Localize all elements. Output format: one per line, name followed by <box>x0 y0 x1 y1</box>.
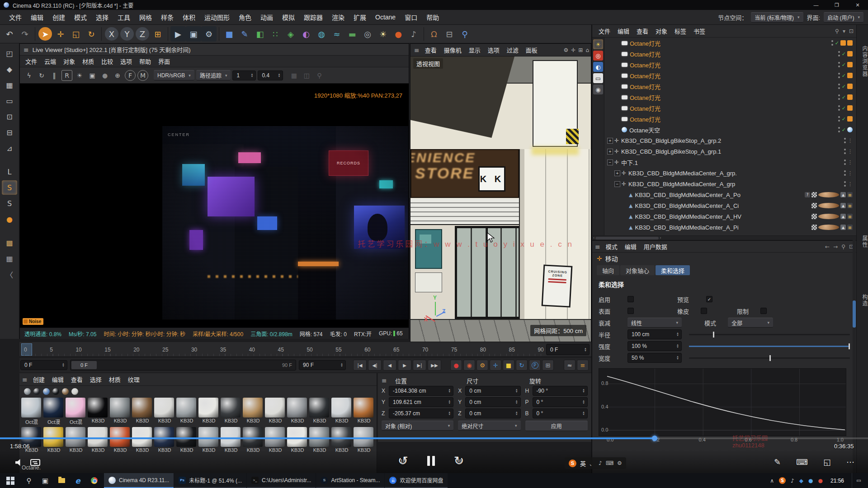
om-horizontal-scrollbar[interactable]: ‹› <box>592 235 856 240</box>
vp-menu-item-0[interactable]: 查看 <box>421 46 440 54</box>
cb-preview[interactable]: ✓ <box>706 296 712 302</box>
kernel-settings[interactable]: ☀ <box>74 70 85 81</box>
enable-axis[interactable]: S <box>2 180 17 195</box>
enabled-check-icon[interactable]: ✓ <box>842 62 846 68</box>
material-item[interactable]: Oct混 <box>21 398 42 425</box>
size-y-field[interactable]: 0 cm▲▼ <box>465 397 520 407</box>
snap-magnet[interactable]: Ω <box>426 26 442 42</box>
light-tag-icon[interactable] <box>847 105 853 111</box>
enabled-check-icon[interactable]: ✓ <box>842 105 846 111</box>
menu-item-17[interactable]: 窗口 <box>400 13 422 22</box>
visibility-dots[interactable] <box>838 73 840 78</box>
viewport-menu-icon[interactable]: ≡ <box>412 47 421 54</box>
rotation-h-field[interactable]: -90 °▲▼ <box>533 386 588 396</box>
menu-item-3[interactable]: 模式 <box>70 13 91 22</box>
visibility-dots[interactable] <box>838 62 840 67</box>
material-item[interactable]: KB3D <box>154 427 175 453</box>
light-tag-icon[interactable] <box>847 40 853 46</box>
material-item[interactable]: KB3D <box>110 427 131 453</box>
security-tray-icon[interactable]: ◆ <box>799 478 803 484</box>
record-keyframe-button[interactable]: ● <box>450 360 462 371</box>
axis-workplane[interactable]: L <box>2 164 17 179</box>
lv-menu-item-3[interactable]: 材质 <box>79 57 98 66</box>
focus-picker[interactable]: F <box>125 70 136 81</box>
enabled-check-icon[interactable]: ✓ <box>835 40 839 46</box>
width-slider[interactable] <box>689 357 850 359</box>
enabled-check-icon[interactable]: ✓ <box>842 51 846 57</box>
workplane-toggle[interactable]: ⊟ <box>442 26 457 42</box>
gamma-field[interactable]: 0.4▲▼ <box>258 70 283 80</box>
autokey-button[interactable]: ◉ <box>463 360 475 371</box>
coordinate-system[interactable]: ⊞ <box>150 26 165 42</box>
coord-menu-icon[interactable]: ≡ <box>382 377 391 384</box>
region-render[interactable]: R <box>61 70 72 81</box>
viewport-solo[interactable]: ● <box>2 212 17 226</box>
menu-item-18[interactable]: 帮助 <box>422 13 443 22</box>
next-frame-button[interactable]: ▶| <box>413 360 426 371</box>
material-item[interactable]: KB3D <box>287 427 308 453</box>
pen-spline-menu[interactable]: ✎ <box>237 26 252 42</box>
material-item[interactable]: KB3D <box>176 427 197 453</box>
lv-menu-item-2[interactable]: 对象 <box>60 57 79 66</box>
object-row[interactable]: ▲KB3D_CBD_BldgMdMediaCenter_A_Ci▲▦ <box>604 200 856 211</box>
make-editable[interactable]: ◰ <box>2 46 17 61</box>
render-view-button[interactable]: ▶ <box>170 26 186 42</box>
light-menu[interactable]: ☀ <box>375 26 391 42</box>
size-x-field[interactable]: 0 cm▲▼ <box>465 386 520 396</box>
octane-daylight-icon[interactable]: ☀ <box>593 39 603 49</box>
octane-sky-icon[interactable]: ◉ <box>593 84 603 94</box>
material-mini-preview[interactable] <box>43 388 50 395</box>
minimize-button[interactable]: — <box>806 0 826 10</box>
visibility-dots[interactable] <box>844 138 846 143</box>
vp-toolbar-icon-2[interactable]: ⊞ <box>578 47 583 53</box>
notification-center-icon[interactable]: ▭ <box>852 473 865 488</box>
close-button[interactable]: ✕ <box>847 0 868 10</box>
object-row[interactable]: Octane天空✓ <box>604 124 856 135</box>
taskbar-app-4[interactable]: 云欢迎使用百度网盘 <box>385 473 448 488</box>
kernel-dropdown[interactable]: 路径追踪▾ <box>196 70 231 80</box>
lock-z-axis[interactable]: Z <box>136 27 149 41</box>
rewind-10-button[interactable]: ↺10 <box>398 454 408 468</box>
material-item[interactable]: KB3D <box>354 398 374 425</box>
lock-x-axis[interactable]: X <box>105 27 118 41</box>
cb-surface[interactable] <box>627 308 634 314</box>
material-item[interactable]: KB3D <box>265 427 286 453</box>
checker-tag-icon[interactable] <box>811 214 817 219</box>
taskbar-clock[interactable]: 21:56 <box>828 478 847 484</box>
task-view-icon[interactable]: ▣ <box>37 473 53 488</box>
material-item[interactable]: KB3D <box>331 398 352 425</box>
coord-size-dropdown[interactable]: 绝对尺寸▾ <box>458 421 520 431</box>
object-row[interactable]: Octane灯光✓ <box>604 92 856 103</box>
light-tag-icon[interactable] <box>847 84 853 89</box>
lock-y-axis[interactable]: Y <box>120 27 134 41</box>
lv-menu-item-5[interactable]: 选项 <box>117 57 136 66</box>
mm-menu-item-2[interactable]: 查看 <box>67 375 86 384</box>
move-tool[interactable]: ✛ <box>53 26 68 42</box>
record-parameter-toggle[interactable]: P <box>529 360 541 371</box>
polygon-mode[interactable]: ⊿ <box>2 141 17 155</box>
visibility-dots[interactable] <box>838 105 840 111</box>
visibility-dots[interactable] <box>831 40 834 46</box>
q-tag-icon[interactable]: ? <box>805 192 810 197</box>
object-row[interactable]: Octane灯光✓ <box>604 38 856 48</box>
keyframe-selection-button[interactable]: ⚙ <box>476 360 488 371</box>
visibility-dots[interactable] <box>838 51 840 56</box>
visibility-dots[interactable] <box>838 94 840 100</box>
om-menu-item-4[interactable]: 标签 <box>671 27 690 35</box>
material-mini-preview[interactable] <box>62 388 69 395</box>
am-menu-item-1[interactable]: 编辑 <box>621 242 640 251</box>
falloff-curve[interactable]: 0.8 0.4 0.0 <box>599 368 850 436</box>
phong-tag-icon[interactable]: ▲ <box>840 225 846 230</box>
viewport-canvas[interactable]: ENIENCE STORE K K CRUISING ZONE 透视视图 网格间… <box>410 56 591 342</box>
menu-item-13[interactable]: 跟踪器 <box>299 13 327 22</box>
row-menu-icon[interactable]: ⋮ <box>848 138 853 144</box>
mat-tag-icon[interactable] <box>818 225 839 230</box>
input-language[interactable]: 英 <box>580 459 586 468</box>
uvw-tag-icon[interactable]: ▦ <box>847 192 853 197</box>
tray-expand[interactable]: ∧ <box>770 478 774 484</box>
vp-menu-item-1[interactable]: 摄像机 <box>440 46 465 54</box>
object-row[interactable]: +✛KB3D_CBD_BldgLgBikeStop_A_grp.1⋮ <box>604 146 856 157</box>
field-menu[interactable]: ≈ <box>329 26 344 42</box>
strength-field[interactable]: 100 %▲▼ <box>627 341 682 351</box>
checker-tag-icon[interactable] <box>811 192 817 197</box>
